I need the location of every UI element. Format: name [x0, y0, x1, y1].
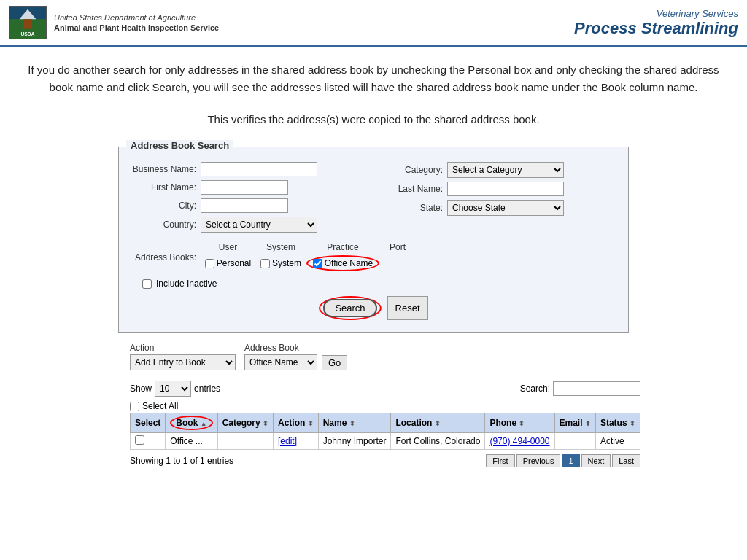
city-input[interactable] — [201, 198, 288, 213]
business-name-input[interactable] — [201, 162, 317, 176]
usda-branding: USDA United States Department of Agricul… — [9, 6, 219, 39]
last-button[interactable]: Last — [612, 454, 640, 467]
ps-title: Process Streamlining — [574, 19, 738, 38]
col-book-header: Book ▲ — [166, 413, 217, 433]
city-label: City: — [131, 201, 196, 211]
row-email — [554, 433, 595, 450]
page-1-button[interactable]: 1 — [562, 454, 579, 467]
row-book: Office ... — [166, 433, 217, 450]
row-phone-link[interactable]: (970) 494-0000 — [489, 436, 549, 446]
row-location: Fort Collins, Colorado — [391, 433, 485, 450]
row-name: Johnny Importer — [318, 433, 391, 450]
search-button-circle: Search — [319, 296, 381, 320]
row-action[interactable]: [edit] — [273, 433, 318, 450]
office-name-label: Office Name — [325, 258, 373, 268]
table-search: Search: — [520, 381, 640, 396]
action-sort-icon[interactable]: ⬍ — [308, 420, 314, 427]
email-sort-icon[interactable]: ⬍ — [585, 420, 591, 427]
col-name-header: Name ⬍ — [318, 413, 391, 433]
status-sort-icon[interactable]: ⬍ — [630, 420, 635, 427]
col-location-header: Location ⬍ — [391, 413, 485, 433]
first-button[interactable]: First — [486, 454, 514, 467]
action-label: Action — [130, 343, 236, 353]
ab-label: Address Book — [244, 343, 317, 353]
office-name-checkbox[interactable] — [313, 259, 322, 268]
table-search-input[interactable] — [553, 381, 640, 396]
show-label: Show — [130, 384, 152, 394]
name-sort-icon[interactable]: ⬍ — [349, 420, 355, 427]
form-legend: Address Book Search — [126, 140, 233, 151]
usda-logo: USDA — [9, 6, 47, 39]
svg-rect-3 — [23, 19, 32, 28]
category-sort-icon[interactable]: ⬍ — [263, 420, 268, 427]
go-button[interactable]: Go — [322, 355, 347, 370]
vs-title: Veterinary Services — [574, 8, 738, 19]
include-inactive-row: Include Inactive — [142, 279, 616, 289]
col-select-header: Select — [131, 413, 166, 433]
state-label: State: — [377, 203, 443, 213]
first-name-input[interactable] — [201, 180, 288, 195]
ab-select[interactable]: Office Name — [244, 354, 317, 370]
book-col-circle: Book ▲ — [170, 416, 212, 430]
row-phone: (970) 494-0000 — [485, 433, 554, 450]
search-button[interactable]: Search — [323, 299, 376, 317]
main-content: If you do another search for only addres… — [0, 47, 747, 482]
go-button-wrapper: Go — [322, 355, 347, 370]
personal-label: Personal — [217, 258, 251, 268]
showing-text: Showing 1 to 1 of 1 entries — [130, 456, 233, 466]
location-sort-icon[interactable]: ⬍ — [435, 420, 441, 427]
table-controls: Show 10 entries Search: — [130, 381, 640, 397]
entries-label: entries — [194, 384, 220, 394]
personal-checkbox-item: Personal — [201, 255, 255, 271]
select-all-row: Select All — [130, 401, 640, 411]
previous-button[interactable]: Previous — [516, 454, 561, 467]
svg-text:USDA: USDA — [20, 31, 34, 36]
country-label: Country: — [131, 219, 196, 230]
include-inactive-checkbox[interactable] — [142, 279, 152, 289]
usda-dept: United States Department of Agriculture — [54, 12, 219, 23]
address-books-headers: User System Practice Port — [201, 242, 416, 252]
col-phone-header: Phone ⬍ — [485, 413, 554, 433]
row-status: Active — [595, 433, 640, 450]
col-practice-header: Practice — [306, 242, 379, 252]
next-button[interactable]: Next — [581, 454, 611, 467]
intro-paragraph-2: This verifies the address(s) were copied… — [22, 111, 725, 128]
include-inactive-label: Include Inactive — [156, 279, 217, 289]
page-header: USDA United States Department of Agricul… — [0, 0, 747, 47]
vs-branding: Veterinary Services Process Streamlining — [574, 8, 738, 38]
results-table: Select Book ▲ Category ⬍ Action ⬍ — [130, 413, 640, 450]
state-select[interactable]: Choose State — [447, 200, 564, 216]
personal-checkbox[interactable] — [205, 259, 214, 268]
action-ab-row: Action Add Entry to Book Address Book Of… — [130, 343, 725, 370]
select-all-label: Select All — [142, 401, 178, 411]
system-checkbox-item: System — [255, 255, 306, 271]
book-sort-icon[interactable]: ▲ — [201, 420, 207, 427]
pagination: Showing 1 to 1 of 1 entries First Previo… — [130, 454, 640, 467]
intro-paragraph-1: If you do another search for only addres… — [22, 61, 725, 96]
table-row: Office ... [edit] Johnny Importer Fort C… — [131, 433, 640, 450]
col-status-header: Status ⬍ — [595, 413, 640, 433]
category-select[interactable]: Select a Category — [447, 162, 564, 178]
col-category-header: Category ⬍ — [217, 413, 273, 433]
address-books-section: Address Books: User System Practice Port… — [131, 242, 616, 271]
category-label: Category: — [377, 165, 443, 175]
row-checkbox[interactable] — [135, 435, 144, 445]
search-buttons: Search Reset — [131, 296, 616, 320]
row-category — [217, 433, 273, 450]
row-edit-link[interactable]: [edit] — [278, 436, 297, 446]
office-name-checkbox-item: Office Name — [306, 255, 379, 271]
phone-sort-icon[interactable]: ⬍ — [519, 420, 525, 427]
reset-button[interactable]: Reset — [387, 296, 428, 320]
show-select[interactable]: 10 — [155, 381, 191, 397]
col-system-header: System — [255, 242, 306, 252]
system-label: System — [272, 258, 301, 268]
last-name-input[interactable] — [447, 182, 564, 196]
business-name-label: Business Name: — [131, 164, 196, 174]
country-select[interactable]: Select a Country — [201, 217, 317, 233]
search-label: Search: — [520, 384, 550, 394]
action-select[interactable]: Add Entry to Book — [130, 354, 236, 370]
row-select — [131, 433, 166, 450]
col-user-header: User — [201, 242, 255, 252]
system-checkbox[interactable] — [260, 259, 270, 268]
select-all-checkbox[interactable] — [130, 402, 139, 411]
